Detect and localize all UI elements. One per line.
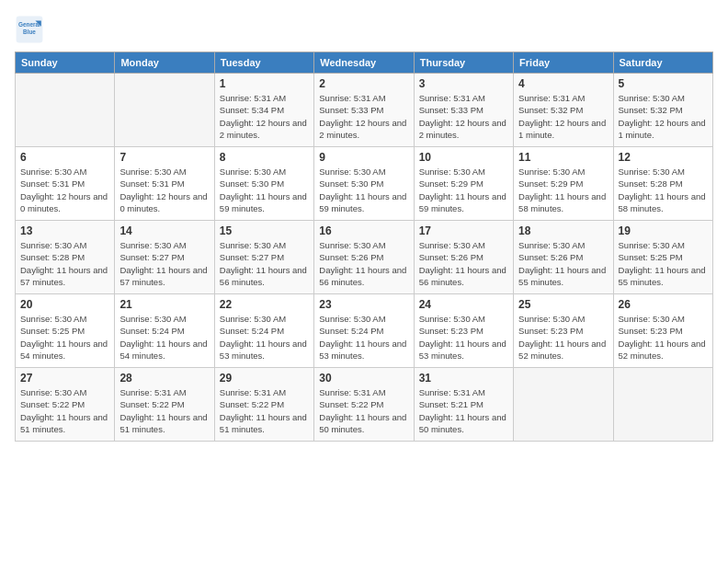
day-info: Sunrise: 5:30 AM Sunset: 5:24 PM Dayligh… (319, 313, 408, 362)
day-number: 28 (119, 372, 209, 385)
calendar-cell (16, 74, 115, 147)
day-number: 30 (319, 372, 408, 385)
col-header-wednesday: Wednesday (314, 52, 414, 74)
day-info: Sunrise: 5:30 AM Sunset: 5:24 PM Dayligh… (220, 313, 309, 362)
day-number: 19 (619, 224, 708, 237)
day-info: Sunrise: 5:30 AM Sunset: 5:31 PM Dayligh… (119, 166, 209, 214)
calendar-cell: 3Sunrise: 5:31 AM Sunset: 5:33 PM Daylig… (414, 74, 513, 147)
day-number: 5 (619, 77, 708, 90)
week-row-4: 20Sunrise: 5:30 AM Sunset: 5:25 PM Dayli… (16, 294, 713, 368)
day-info: Sunrise: 5:31 AM Sunset: 5:34 PM Dayligh… (220, 92, 309, 141)
day-info: Sunrise: 5:30 AM Sunset: 5:31 PM Dayligh… (20, 166, 109, 214)
day-number: 11 (518, 151, 608, 164)
col-header-tuesday: Tuesday (214, 52, 313, 74)
logo: General Blue (15, 15, 48, 44)
day-info: Sunrise: 5:31 AM Sunset: 5:21 PM Dayligh… (419, 386, 508, 435)
day-number: 16 (319, 224, 408, 237)
calendar-cell: 5Sunrise: 5:30 AM Sunset: 5:32 PM Daylig… (613, 74, 712, 147)
day-info: Sunrise: 5:31 AM Sunset: 5:22 PM Dayligh… (319, 386, 408, 435)
day-number: 13 (20, 224, 109, 237)
day-info: Sunrise: 5:31 AM Sunset: 5:33 PM Dayligh… (319, 92, 408, 141)
calendar-cell (514, 368, 613, 442)
day-info: Sunrise: 5:30 AM Sunset: 5:24 PM Dayligh… (119, 313, 209, 362)
day-info: Sunrise: 5:30 AM Sunset: 5:23 PM Dayligh… (419, 313, 508, 362)
day-number: 20 (20, 298, 109, 311)
day-number: 15 (220, 224, 309, 237)
calendar-cell: 13Sunrise: 5:30 AM Sunset: 5:28 PM Dayli… (16, 221, 115, 294)
col-header-friday: Friday (514, 52, 613, 74)
calendar-cell: 25Sunrise: 5:30 AM Sunset: 5:23 PM Dayli… (514, 294, 613, 368)
week-row-1: 1Sunrise: 5:31 AM Sunset: 5:34 PM Daylig… (16, 74, 713, 147)
calendar-cell: 30Sunrise: 5:31 AM Sunset: 5:22 PM Dayli… (314, 368, 414, 442)
day-number: 12 (619, 151, 708, 164)
calendar-cell: 12Sunrise: 5:30 AM Sunset: 5:28 PM Dayli… (613, 147, 712, 221)
day-info: Sunrise: 5:30 AM Sunset: 5:23 PM Dayligh… (619, 313, 708, 362)
calendar-cell: 4Sunrise: 5:31 AM Sunset: 5:32 PM Daylig… (514, 74, 613, 147)
day-info: Sunrise: 5:30 AM Sunset: 5:26 PM Dayligh… (319, 239, 408, 288)
day-number: 22 (220, 298, 309, 311)
day-number: 8 (220, 151, 309, 164)
day-number: 18 (518, 224, 608, 237)
day-info: Sunrise: 5:30 AM Sunset: 5:25 PM Dayligh… (20, 313, 109, 362)
day-number: 26 (619, 298, 708, 311)
calendar-cell: 20Sunrise: 5:30 AM Sunset: 5:25 PM Dayli… (16, 294, 115, 368)
calendar-cell: 16Sunrise: 5:30 AM Sunset: 5:26 PM Dayli… (314, 221, 414, 294)
col-header-saturday: Saturday (613, 52, 712, 74)
calendar-cell: 23Sunrise: 5:30 AM Sunset: 5:24 PM Dayli… (314, 294, 414, 368)
day-number: 29 (220, 372, 309, 385)
calendar-table: SundayMondayTuesdayWednesdayThursdayFrid… (15, 52, 713, 442)
day-info: Sunrise: 5:30 AM Sunset: 5:27 PM Dayligh… (119, 239, 209, 288)
calendar-cell (613, 368, 712, 442)
day-number: 31 (419, 372, 508, 385)
calendar-cell: 8Sunrise: 5:30 AM Sunset: 5:30 PM Daylig… (214, 147, 313, 221)
day-info: Sunrise: 5:30 AM Sunset: 5:23 PM Dayligh… (518, 313, 608, 362)
day-info: Sunrise: 5:31 AM Sunset: 5:33 PM Dayligh… (419, 92, 508, 141)
header-row: SundayMondayTuesdayWednesdayThursdayFrid… (16, 52, 713, 74)
calendar-cell: 1Sunrise: 5:31 AM Sunset: 5:34 PM Daylig… (214, 74, 313, 147)
logo-icon: General Blue (15, 15, 44, 44)
week-row-5: 27Sunrise: 5:30 AM Sunset: 5:22 PM Dayli… (16, 368, 713, 442)
day-info: Sunrise: 5:30 AM Sunset: 5:28 PM Dayligh… (20, 239, 109, 288)
calendar-cell: 22Sunrise: 5:30 AM Sunset: 5:24 PM Dayli… (214, 294, 313, 368)
calendar-cell: 31Sunrise: 5:31 AM Sunset: 5:21 PM Dayli… (414, 368, 513, 442)
calendar-cell: 29Sunrise: 5:31 AM Sunset: 5:22 PM Dayli… (214, 368, 313, 442)
day-number: 25 (518, 298, 608, 311)
week-row-3: 13Sunrise: 5:30 AM Sunset: 5:28 PM Dayli… (16, 221, 713, 294)
calendar-cell: 11Sunrise: 5:30 AM Sunset: 5:29 PM Dayli… (514, 147, 613, 221)
col-header-sunday: Sunday (16, 52, 115, 74)
calendar-cell (115, 74, 214, 147)
svg-text:Blue: Blue (23, 29, 36, 35)
calendar-cell: 14Sunrise: 5:30 AM Sunset: 5:27 PM Dayli… (115, 221, 214, 294)
day-info: Sunrise: 5:30 AM Sunset: 5:30 PM Dayligh… (220, 166, 309, 214)
day-number: 21 (119, 298, 209, 311)
calendar-cell: 27Sunrise: 5:30 AM Sunset: 5:22 PM Dayli… (16, 368, 115, 442)
day-number: 6 (20, 151, 109, 164)
day-info: Sunrise: 5:30 AM Sunset: 5:27 PM Dayligh… (220, 239, 309, 288)
day-number: 23 (319, 298, 408, 311)
day-info: Sunrise: 5:30 AM Sunset: 5:26 PM Dayligh… (518, 239, 608, 288)
calendar-cell: 24Sunrise: 5:30 AM Sunset: 5:23 PM Dayli… (414, 294, 513, 368)
day-info: Sunrise: 5:30 AM Sunset: 5:30 PM Dayligh… (319, 166, 408, 214)
day-info: Sunrise: 5:30 AM Sunset: 5:29 PM Dayligh… (518, 166, 608, 214)
day-info: Sunrise: 5:30 AM Sunset: 5:22 PM Dayligh… (20, 386, 109, 435)
day-number: 3 (419, 77, 508, 90)
calendar-cell: 6Sunrise: 5:30 AM Sunset: 5:31 PM Daylig… (16, 147, 115, 221)
calendar-cell: 15Sunrise: 5:30 AM Sunset: 5:27 PM Dayli… (214, 221, 313, 294)
calendar-cell: 18Sunrise: 5:30 AM Sunset: 5:26 PM Dayli… (514, 221, 613, 294)
day-number: 14 (119, 224, 209, 237)
day-info: Sunrise: 5:30 AM Sunset: 5:32 PM Dayligh… (619, 92, 708, 141)
calendar-cell: 17Sunrise: 5:30 AM Sunset: 5:26 PM Dayli… (414, 221, 513, 294)
calendar-cell: 26Sunrise: 5:30 AM Sunset: 5:23 PM Dayli… (613, 294, 712, 368)
calendar-cell: 10Sunrise: 5:30 AM Sunset: 5:29 PM Dayli… (414, 147, 513, 221)
day-info: Sunrise: 5:31 AM Sunset: 5:22 PM Dayligh… (119, 386, 209, 435)
calendar-cell: 19Sunrise: 5:30 AM Sunset: 5:25 PM Dayli… (613, 221, 712, 294)
col-header-thursday: Thursday (414, 52, 513, 74)
day-number: 27 (20, 372, 109, 385)
calendar-cell: 21Sunrise: 5:30 AM Sunset: 5:24 PM Dayli… (115, 294, 214, 368)
day-number: 24 (419, 298, 508, 311)
day-info: Sunrise: 5:31 AM Sunset: 5:22 PM Dayligh… (220, 386, 309, 435)
week-row-2: 6Sunrise: 5:30 AM Sunset: 5:31 PM Daylig… (16, 147, 713, 221)
day-info: Sunrise: 5:30 AM Sunset: 5:29 PM Dayligh… (419, 166, 508, 214)
day-number: 2 (319, 77, 408, 90)
day-number: 4 (518, 77, 608, 90)
